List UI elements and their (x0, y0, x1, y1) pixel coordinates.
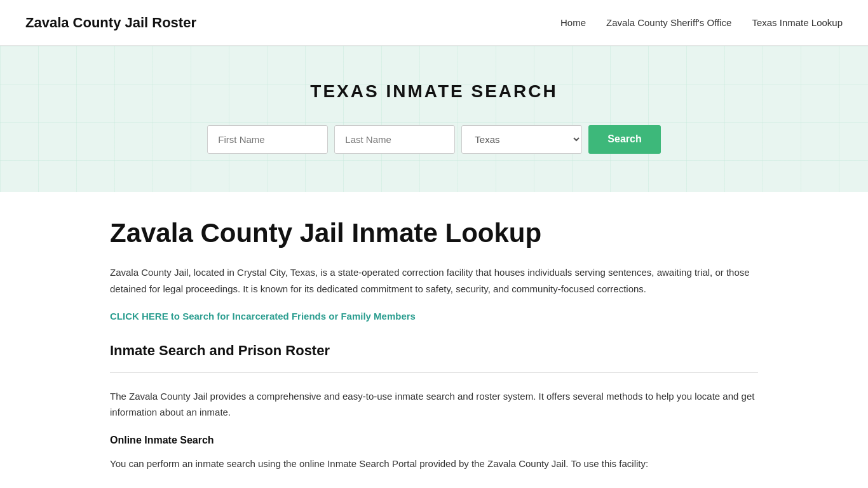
search-banner: TEXAS INMATE SEARCH TexasAlabamaAlaskaAr… (0, 46, 868, 192)
site-title: Zavala County Jail Roster (25, 11, 196, 34)
site-header: Zavala County Jail Roster Home Zavala Co… (0, 0, 868, 46)
list-item-1: Visit the Inmate Search Portal link prov… (123, 484, 758, 488)
click-here-link[interactable]: CLICK HERE to Search for Incarcerated Fr… (110, 309, 416, 324)
main-nav: Home Zavala County Sheriff's Office Texa… (560, 15, 843, 30)
section-divider (110, 372, 758, 373)
search-button[interactable]: Search (588, 125, 660, 154)
online-search-heading: Online Inmate Search (110, 432, 758, 449)
nav-home[interactable]: Home (560, 15, 586, 30)
nav-lookup[interactable]: Texas Inmate Lookup (752, 15, 843, 30)
roster-body-text: The Zavala County Jail provides a compre… (110, 388, 758, 421)
last-name-input[interactable] (334, 125, 455, 154)
state-select[interactable]: TexasAlabamaAlaskaArizonaArkansasCalifor… (461, 125, 582, 154)
first-name-input[interactable] (207, 125, 328, 154)
intro-text: Zavala County Jail, located in Crystal C… (110, 264, 758, 297)
section-heading: Inmate Search and Prison Roster (110, 339, 758, 362)
nav-sheriff[interactable]: Zavala County Sheriff's Office (606, 15, 731, 30)
page-heading: Zavala County Jail Inmate Lookup (110, 217, 758, 249)
main-content: Zavala County Jail Inmate Lookup Zavala … (85, 192, 783, 488)
inmate-search-form: TexasAlabamaAlaskaArizonaArkansasCalifor… (25, 125, 843, 154)
search-banner-heading: TEXAS INMATE SEARCH (25, 78, 843, 106)
online-search-body: You can perform an inmate search using t… (110, 456, 758, 472)
